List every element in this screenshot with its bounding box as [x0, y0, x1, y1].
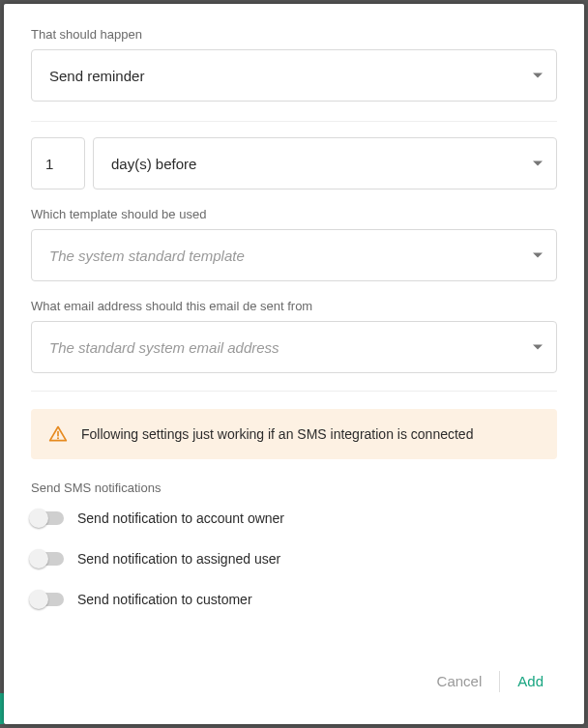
cancel-button[interactable]: Cancel [424, 665, 496, 697]
divider [31, 121, 557, 122]
action-group: That should happen Send reminder [31, 27, 557, 102]
chevron-down-icon [533, 345, 543, 350]
toggle-customer[interactable] [31, 593, 64, 606]
toggle-row-assigned: Send notification to assigned user [31, 551, 557, 567]
template-select[interactable]: The system standard template [31, 229, 557, 281]
toggle-knob [29, 509, 48, 528]
toggle-knob [29, 590, 48, 609]
divider [31, 391, 557, 392]
timing-unit-select[interactable]: day(s) before [93, 137, 557, 189]
email-from-placeholder: The standard system email address [49, 339, 279, 356]
add-button[interactable]: Add [504, 665, 557, 697]
timing-unit-value: day(s) before [111, 156, 196, 172]
toggle-owner[interactable] [31, 511, 64, 525]
toggle-owner-label: Send notification to account owner [77, 510, 284, 526]
email-from-select[interactable]: The standard system email address [31, 321, 557, 373]
toggle-row-owner: Send notification to account owner [31, 510, 557, 526]
template-placeholder: The system standard template [49, 248, 245, 264]
email-from-group: What email address should this email de … [31, 299, 557, 373]
toggle-customer-label: Send notification to customer [77, 592, 252, 607]
chevron-down-icon [533, 253, 543, 258]
template-label: Which template should be used [31, 207, 557, 221]
sms-alert: Following settings just working if an SM… [31, 409, 557, 459]
template-group: Which template should be used The system… [31, 207, 557, 281]
sms-section-label: Send SMS notifications [31, 480, 557, 495]
warning-icon [48, 424, 68, 444]
timing-row: day(s) before [31, 137, 557, 189]
sms-alert-text: Following settings just working if an SM… [81, 426, 473, 442]
action-select-value: Send reminder [49, 68, 144, 84]
modal-footer: Cancel Add [4, 652, 584, 724]
reminder-settings-modal: That should happen Send reminder day(s) … [4, 4, 584, 724]
footer-divider [499, 671, 500, 692]
action-label: That should happen [31, 27, 557, 42]
toggle-assigned[interactable] [31, 552, 64, 566]
timing-count-input[interactable] [31, 137, 85, 189]
toggle-knob [29, 549, 48, 568]
modal-content: That should happen Send reminder day(s) … [4, 4, 584, 652]
action-select[interactable]: Send reminder [31, 49, 557, 102]
toggle-row-customer: Send notification to customer [31, 592, 557, 607]
toggle-assigned-label: Send notification to assigned user [77, 551, 280, 567]
chevron-down-icon [533, 73, 543, 78]
email-from-label: What email address should this email de … [31, 299, 557, 313]
svg-point-1 [57, 437, 59, 439]
chevron-down-icon [533, 161, 543, 166]
